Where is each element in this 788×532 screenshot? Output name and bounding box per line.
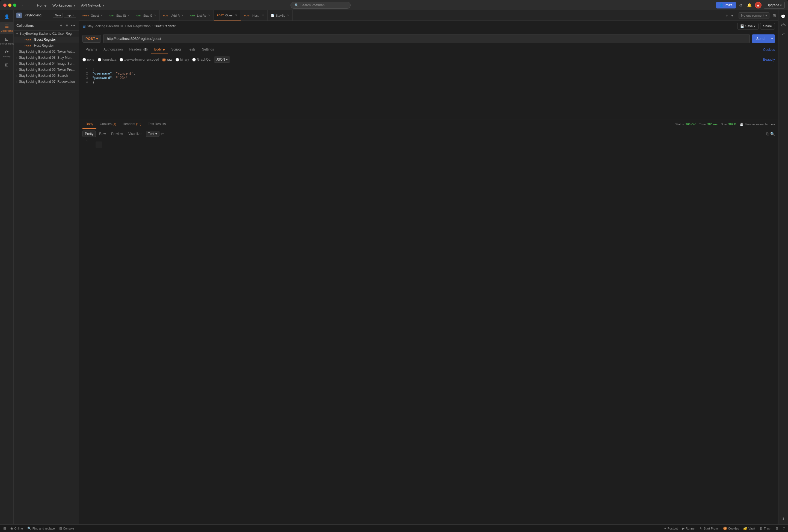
- resp-tab-cookies[interactable]: Cookies (1): [96, 120, 119, 129]
- tab-scripts[interactable]: Scripts: [168, 45, 184, 54]
- status-cookies[interactable]: 🍪 Cookies: [723, 527, 739, 530]
- radio-graphql[interactable]: GraphQL: [192, 58, 210, 61]
- tab-post-guest-1[interactable]: POST Guest ✕: [79, 11, 106, 20]
- json-format-selector[interactable]: JSON ▾: [214, 57, 230, 62]
- tree-folder-01[interactable]: ▾ StayBooking Backend 01. User Regist...: [14, 31, 79, 37]
- tab-close-1[interactable]: ✕: [100, 14, 103, 17]
- tree-folder-03[interactable]: › StayBooking Backend 03. Stay Manag...: [14, 55, 79, 61]
- status-layout-button[interactable]: ⊟: [3, 527, 6, 530]
- send-button[interactable]: Send: [752, 34, 769, 43]
- layout-button[interactable]: ⊞: [772, 12, 777, 19]
- status-postbot[interactable]: ✦ Postbot: [664, 527, 678, 530]
- tab-post-addr[interactable]: POST Add R ✕: [160, 11, 187, 20]
- format-selector[interactable]: Text ▾: [146, 131, 159, 137]
- status-console[interactable]: ⊡ Console: [59, 527, 74, 530]
- resp-tab-test-results[interactable]: Test Results: [145, 120, 169, 129]
- maximize-button[interactable]: [13, 3, 16, 7]
- sidebar-item-user[interactable]: 👤: [0, 13, 13, 21]
- tab-params[interactable]: Params: [82, 45, 100, 54]
- status-grid[interactable]: ⊞: [776, 527, 779, 530]
- status-help[interactable]: ?: [783, 527, 785, 530]
- radio-none[interactable]: none: [82, 58, 95, 61]
- fmt-tab-preview[interactable]: Preview: [109, 131, 125, 137]
- back-button[interactable]: ‹: [21, 2, 25, 8]
- sidebar-item-history[interactable]: ⟳ History: [0, 48, 13, 60]
- upgrade-button[interactable]: Upgrade ▾: [764, 2, 785, 9]
- environment-selector[interactable]: No environment ▾: [738, 12, 769, 19]
- tab-post-guest-active[interactable]: POST Guest ✕: [214, 11, 241, 20]
- notification-button[interactable]: 🔔: [746, 2, 753, 8]
- tab-close-6[interactable]: ✕: [235, 14, 237, 17]
- sidebar-item-mock[interactable]: ⊞: [0, 61, 13, 69]
- tree-folder-02[interactable]: › StayBooking Backend 02. Token Auth...: [14, 48, 79, 55]
- status-trash[interactable]: 🗑 Trash: [760, 527, 772, 530]
- tab-body[interactable]: Body: [151, 45, 168, 54]
- tab-authorization[interactable]: Authorization: [100, 45, 126, 54]
- resp-tab-body[interactable]: Body: [82, 120, 96, 129]
- invite-button[interactable]: 👤 Invite: [716, 2, 736, 8]
- tab-post-hosti[interactable]: POST Host I ✕: [241, 11, 268, 20]
- tab-get-stayst[interactable]: GET Stay St ✕: [106, 11, 133, 20]
- tab-tests[interactable]: Tests: [184, 45, 199, 54]
- code-editor[interactable]: 1 { 2 "username": "vincent", 3 "password…: [79, 65, 778, 120]
- fmt-tab-pretty[interactable]: Pretty: [82, 131, 96, 137]
- response-more-button[interactable]: •••: [771, 122, 775, 126]
- beautify-link[interactable]: Beautify: [763, 58, 775, 61]
- more-tabs-button[interactable]: ▾: [730, 13, 734, 18]
- tab-close-2[interactable]: ✕: [127, 14, 130, 17]
- sidebar-item-collections[interactable]: ☰ Collections: [0, 22, 13, 34]
- new-button[interactable]: New: [53, 13, 63, 18]
- right-sidebar-btn-1[interactable]: 💬: [779, 13, 787, 20]
- search-response-button[interactable]: 🔍: [770, 132, 775, 136]
- import-button[interactable]: Import: [64, 13, 76, 18]
- workspaces-link[interactable]: Workspaces ▾: [50, 2, 78, 8]
- tab-settings[interactable]: Settings: [199, 45, 217, 54]
- status-start-proxy[interactable]: ⇆ Start Proxy: [700, 527, 718, 530]
- more-options-button[interactable]: •••: [70, 23, 76, 28]
- copy-response-button[interactable]: ⎘: [766, 132, 769, 136]
- save-example-button[interactable]: 💾 Save as example: [740, 123, 768, 126]
- wrap-lines-button[interactable]: ⇌: [160, 132, 164, 136]
- tab-get-listre[interactable]: GET List Re ✕: [187, 11, 214, 20]
- resp-tab-headers[interactable]: Headers (13): [120, 120, 145, 129]
- tab-close-8[interactable]: ✕: [287, 14, 289, 17]
- radio-raw[interactable]: raw: [162, 58, 172, 61]
- tab-close-5[interactable]: ✕: [208, 14, 210, 17]
- share-button[interactable]: Share: [760, 23, 775, 29]
- tree-folder-07[interactable]: › StayBooking Backend 07. Reservation: [14, 79, 79, 85]
- status-find-replace[interactable]: 🔍 Find and replace: [27, 527, 55, 530]
- right-sidebar-btn-4[interactable]: ℹ: [781, 514, 786, 522]
- tree-folder-04[interactable]: › StayBooking Backend 04. Image Servi...: [14, 61, 79, 67]
- tree-item-guest-register[interactable]: POST Guest Register: [14, 37, 79, 43]
- right-sidebar-btn-3[interactable]: ⤢: [780, 30, 787, 38]
- save-button[interactable]: 💾 Save ▾: [737, 23, 759, 29]
- tree-folder-06[interactable]: › StayBooking Backend 06. Search: [14, 73, 79, 79]
- tab-get-stayg[interactable]: GET Stay G ✕: [133, 11, 160, 20]
- minimize-button[interactable]: [8, 3, 12, 7]
- send-arrow-button[interactable]: ▾: [769, 34, 775, 43]
- settings-button[interactable]: ⚙: [738, 2, 744, 8]
- right-sidebar-btn-2[interactable]: </>: [779, 21, 787, 29]
- method-selector[interactable]: POST ▾: [82, 35, 101, 43]
- tree-item-host-register[interactable]: POST Host Register: [14, 43, 79, 48]
- tab-headers[interactable]: Headers 9: [126, 45, 151, 54]
- api-network-link[interactable]: API Network ▾: [78, 2, 107, 8]
- tab-close-4[interactable]: ✕: [181, 14, 183, 17]
- close-button[interactable]: [3, 3, 6, 7]
- tab-close-3[interactable]: ✕: [154, 14, 156, 17]
- add-collection-button[interactable]: +: [59, 23, 63, 28]
- radio-urlencoded[interactable]: x-www-form-urlencoded: [120, 58, 159, 61]
- forward-button[interactable]: ›: [26, 2, 31, 8]
- search-bar[interactable]: 🔍 Search Postman: [291, 2, 351, 9]
- status-runner[interactable]: ▶ Runner: [682, 527, 695, 530]
- status-online[interactable]: ◉ Online: [11, 527, 23, 530]
- sidebar-item-environments[interactable]: ⊡ Environments: [0, 35, 13, 47]
- new-tab-button[interactable]: +: [725, 13, 729, 18]
- radio-form-data[interactable]: form-data: [98, 58, 116, 61]
- cookies-link[interactable]: Cookies: [763, 46, 775, 54]
- avatar[interactable]: ◉: [755, 2, 762, 8]
- url-input[interactable]: [103, 34, 749, 43]
- tree-folder-05[interactable]: › StayBooking Backend 05. Token Prote...: [14, 67, 79, 73]
- status-vault[interactable]: 🔐 Vault: [743, 527, 755, 530]
- fmt-tab-visualize[interactable]: Visualize: [126, 131, 144, 137]
